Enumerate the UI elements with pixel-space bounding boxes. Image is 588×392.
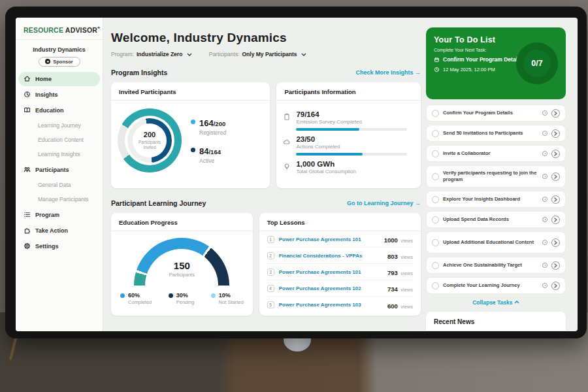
go-to-learning-journey-link[interactable]: Go to Learning Journey → bbox=[347, 200, 421, 206]
sponsor-badge: ● Sponsor bbox=[39, 57, 80, 67]
sidebar: RESOURCE ADVISOR+ Industry Dynamics ● Sp… bbox=[16, 18, 103, 331]
task-checkbox[interactable] bbox=[432, 216, 439, 223]
lesson-link[interactable]: Power Purchase Agreements 101 bbox=[279, 269, 383, 275]
info-label: Total Global Consumption bbox=[296, 169, 356, 174]
info-label: Emission Survey Completed bbox=[296, 119, 407, 125]
task-send-invitations[interactable]: Send 50 Invitations to Participants bbox=[426, 125, 566, 142]
gauge-center-value: 150 bbox=[134, 260, 229, 271]
lesson-link[interactable]: Power Purchase Agreements 103 bbox=[279, 302, 383, 308]
participants-filter-label: Participants: bbox=[209, 51, 240, 57]
task-complete-learning-journey[interactable]: Complete Your Learning Journey bbox=[426, 277, 566, 294]
program-filter[interactable]: Program:Industrialize Zero bbox=[111, 51, 192, 57]
task-achieve-target[interactable]: Achieve One Sustainability Target bbox=[426, 257, 566, 274]
sidebar-item-settings[interactable]: Settings bbox=[18, 239, 100, 253]
sidebar-item-participants[interactable]: Participants bbox=[18, 163, 100, 177]
home-icon bbox=[24, 75, 31, 82]
task-clock-icon bbox=[542, 283, 547, 288]
sidebar-item-general-data[interactable]: General Data bbox=[18, 178, 100, 192]
legend-registered: 164/200 Registered bbox=[191, 117, 226, 136]
app-logo: RESOURCE ADVISOR+ bbox=[16, 18, 103, 40]
task-clock-icon bbox=[542, 151, 547, 156]
info-value: 1,000 GWh bbox=[296, 160, 356, 168]
task-chevron-button[interactable] bbox=[551, 238, 560, 247]
task-chevron-button[interactable] bbox=[551, 216, 560, 224]
sidebar-item-label: Settings bbox=[35, 243, 59, 250]
lesson-link[interactable]: Financial Considerations - VPPAs bbox=[279, 253, 383, 259]
task-upload-spend-data[interactable]: Upload Spend Data Records bbox=[426, 211, 566, 228]
task-label: Complete Your Learning Journey bbox=[443, 282, 538, 289]
lesson-row: 4 Power Purchase Agreements 102 734 view… bbox=[267, 280, 413, 297]
lesson-rank: 3 bbox=[267, 269, 274, 276]
sidebar-item-education[interactable]: Education bbox=[18, 103, 100, 118]
task-verify-participants[interactable]: Verify participants requesting to join t… bbox=[426, 165, 566, 188]
info-value: 23/50 bbox=[296, 135, 407, 143]
link-label: Check More Insights bbox=[355, 69, 413, 76]
chevron-down-icon bbox=[187, 53, 192, 56]
program-filter-value: Industrialize Zero bbox=[137, 51, 182, 57]
task-explore-insights[interactable]: Explore Your Insights Dashboard bbox=[426, 191, 566, 208]
sidebar-item-take-action[interactable]: Take Action bbox=[18, 223, 100, 238]
filter-bar: Program:Industrialize Zero Participants:… bbox=[111, 51, 421, 57]
progress-bar bbox=[296, 153, 407, 155]
sidebar-item-manage-participants[interactable]: Manage Participants bbox=[18, 193, 100, 206]
todo-task-list: Confirm Your Program Details Send 50 Inv… bbox=[426, 105, 566, 294]
task-invite-collaborator[interactable]: Invite a Collaborator bbox=[426, 145, 566, 162]
lesson-rank: 4 bbox=[267, 285, 274, 292]
task-label: Achieve One Sustainability Target bbox=[443, 262, 538, 269]
task-label: Upload Additional Educational Content bbox=[443, 239, 538, 246]
todo-progress-ring: 0/7 bbox=[516, 42, 558, 84]
check-more-insights-link[interactable]: Check More Insights → bbox=[355, 69, 421, 76]
task-checkbox[interactable] bbox=[432, 110, 439, 117]
task-clock-icon bbox=[542, 174, 547, 179]
task-confirm-program[interactable]: Confirm Your Program Details bbox=[426, 105, 566, 122]
task-checkbox[interactable] bbox=[432, 282, 439, 289]
task-checkbox[interactable] bbox=[432, 150, 439, 157]
arrow-right-icon: → bbox=[415, 200, 421, 206]
page-title: Welcome, Industry Dynamics bbox=[111, 31, 421, 45]
cloud-icon bbox=[283, 138, 291, 146]
task-checkbox[interactable] bbox=[432, 196, 439, 203]
sidebar-item-insights[interactable]: Insights bbox=[18, 88, 100, 102]
task-label: Invite a Collaborator bbox=[443, 150, 538, 157]
monitor-bezel: RESOURCE ADVISOR+ Industry Dynamics ● Sp… bbox=[5, 7, 587, 338]
sidebar-item-home[interactable]: Home bbox=[18, 72, 100, 86]
sidebar-item-label: Home bbox=[35, 76, 52, 82]
sidebar-item-learning-insights[interactable]: Learning Insights bbox=[18, 148, 100, 161]
book-icon bbox=[24, 106, 31, 114]
lesson-link[interactable]: Power Purchase Agreements 102 bbox=[279, 286, 383, 291]
lesson-rank: 5 bbox=[267, 301, 274, 308]
info-row-emission: 79/164 Emission Survey Completed bbox=[283, 110, 412, 131]
task-chevron-button[interactable] bbox=[551, 195, 560, 204]
lesson-row: 2 Financial Considerations - VPPAs 803 v… bbox=[267, 248, 413, 264]
clipboard-icon bbox=[283, 113, 291, 121]
task-chevron-button[interactable] bbox=[551, 282, 560, 290]
task-chevron-button[interactable] bbox=[551, 172, 560, 181]
lesson-row: 3 Power Purchase Agreements 101 793 view… bbox=[267, 264, 413, 280]
task-chevron-button[interactable] bbox=[551, 129, 560, 138]
task-clock-icon bbox=[542, 240, 547, 245]
task-upload-educational-content[interactable]: Upload Additional Educational Content bbox=[426, 231, 566, 253]
legend-dot bbox=[169, 293, 173, 298]
collapse-tasks-link[interactable]: Collapse Tasks bbox=[426, 299, 566, 306]
task-chevron-button[interactable] bbox=[551, 261, 560, 270]
participants-filter[interactable]: Participants:Only My Participants bbox=[209, 51, 306, 57]
legend-dot bbox=[191, 148, 195, 152]
sidebar-item-label: Insights bbox=[35, 91, 58, 98]
task-chevron-button[interactable] bbox=[551, 150, 560, 158]
lesson-row: 1 Power Purchase Agreements 101 1000 vie… bbox=[267, 231, 413, 248]
sidebar-item-label: Take Action bbox=[35, 227, 68, 234]
lesson-link[interactable]: Power Purchase Agreements 101 bbox=[279, 237, 380, 242]
task-checkbox[interactable] bbox=[432, 130, 439, 137]
logo-advisor: ADVISOR bbox=[65, 26, 97, 34]
task-checkbox[interactable] bbox=[432, 173, 439, 180]
sponsor-label: Sponsor bbox=[53, 59, 73, 65]
donut-center-value: 200 bbox=[144, 131, 155, 139]
sidebar-item-education-content[interactable]: Education Content bbox=[18, 133, 100, 147]
legend-pending: 30% Pending bbox=[169, 292, 195, 305]
task-checkbox[interactable] bbox=[432, 262, 439, 269]
sidebar-item-program[interactable]: Program bbox=[18, 208, 100, 222]
task-checkbox[interactable] bbox=[432, 239, 439, 246]
education-legend: 60% Completed 30% Pending 10% Not Starte… bbox=[111, 292, 253, 305]
task-chevron-button[interactable] bbox=[551, 109, 560, 118]
sidebar-item-learning-journey[interactable]: Learning Journey bbox=[18, 119, 100, 133]
